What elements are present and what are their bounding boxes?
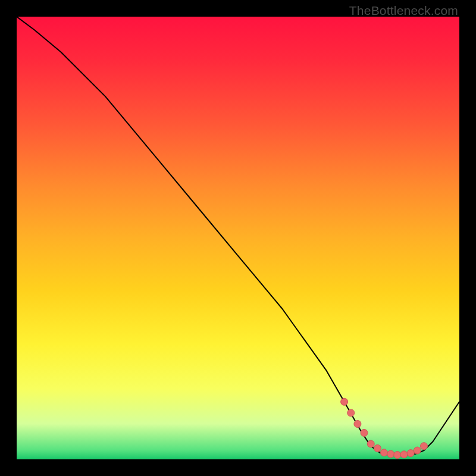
curve-marker <box>347 409 355 416</box>
curve-marker <box>387 450 394 458</box>
curve-marker <box>407 450 414 457</box>
watermark-text: TheBottleneck.com <box>349 4 458 18</box>
curve-marker <box>414 447 421 454</box>
curve-marker <box>367 440 374 447</box>
curve-svg <box>17 17 459 459</box>
curve-marker <box>394 452 401 459</box>
curve-marker <box>421 443 428 450</box>
bottleneck-curve <box>17 17 459 455</box>
curve-marker <box>354 421 361 428</box>
marker-group <box>341 398 428 458</box>
curve-marker <box>374 444 381 452</box>
plot-area <box>17 17 459 459</box>
curve-marker <box>341 398 348 405</box>
curve-marker <box>361 429 368 436</box>
curve-marker <box>400 451 408 458</box>
curve-marker <box>381 449 388 456</box>
chart-frame: TheBottleneck.com <box>0 0 476 476</box>
